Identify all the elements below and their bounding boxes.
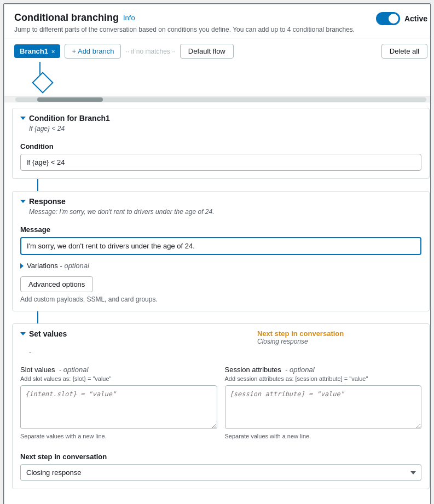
close-icon[interactable]: × — [51, 48, 55, 55]
section-connector-2 — [37, 311, 38, 323]
branch1-tab[interactable]: Branch1 × — [14, 44, 60, 58]
page-title: Conditional branching — [14, 12, 119, 24]
header: Conditional branching Info Jump to diffe… — [4, 4, 431, 38]
diamond-shape — [32, 72, 54, 94]
session-optional-label: - optional — [285, 366, 315, 374]
branch1-label: Branch1 — [20, 47, 48, 55]
slot-textarea[interactable] — [20, 385, 217, 429]
condition-subtitle: If {age} < 24 — [13, 125, 429, 137]
condition-section-header[interactable]: Condition for Branch1 — [13, 108, 429, 125]
add-branch-button[interactable]: + Add branch — [65, 44, 121, 59]
variations-chevron-icon — [20, 263, 24, 269]
session-label: Session attributes - optional — [225, 366, 422, 374]
response-section: Response Message: I'm sorry, we don't re… — [12, 191, 430, 311]
session-footnote: Separate values with a new line. — [225, 433, 422, 439]
closing-response-select[interactable]: Closing response — [20, 464, 421, 481]
branch-bar: Branch1 × + Add branch ·· if no matches … — [4, 38, 431, 96]
scrollbar-thumb — [37, 97, 103, 102]
set-values-section: Set values Next step in conversation Clo… — [12, 323, 430, 489]
condition-title: Condition for Branch1 — [29, 114, 110, 123]
session-attr-col: Session attributes - optional Add sessio… — [225, 366, 422, 439]
condition-chevron-icon — [20, 117, 26, 120]
condition-input[interactable] — [20, 154, 421, 171]
next-step-header-area: Next step in conversation Closing respon… — [257, 329, 421, 345]
active-toggle[interactable] — [376, 12, 400, 25]
variations-text: Variations - optional — [27, 262, 89, 270]
next-step-header-label: Next step in conversation — [257, 329, 421, 338]
response-chevron-icon — [20, 200, 26, 203]
set-values-dash: - — [13, 347, 429, 360]
response-body: Message Variations - optional Advanced o… — [13, 220, 429, 311]
add-custom-payloads-text: Add custom payloads, SSML, and card grou… — [20, 296, 421, 303]
set-values-header: Set values Next step in conversation Clo… — [13, 324, 429, 347]
condition-field-label: Condition — [20, 142, 421, 150]
section-connector — [37, 179, 38, 191]
if-no-matches-label: ·· if no matches ·· — [125, 48, 175, 55]
variations-row[interactable]: Variations - optional — [20, 262, 421, 270]
message-input[interactable] — [20, 237, 421, 255]
closing-response-select-wrapper: Closing response — [20, 464, 421, 481]
slot-optional-label: - optional — [59, 366, 89, 374]
branch-row: Branch1 × + Add branch ·· if no matches … — [14, 44, 427, 59]
session-sublabel: Add session attributes as: [session attr… — [225, 375, 422, 382]
response-title: Response — [29, 197, 66, 206]
response-subtitle: Message: I'm sorry, we don't rent to dri… — [13, 208, 429, 220]
advanced-options-button[interactable]: Advanced options — [20, 276, 93, 292]
session-textarea[interactable] — [225, 385, 422, 429]
horizontal-scrollbar[interactable] — [4, 96, 431, 102]
add-branch-label: + Add branch — [72, 47, 114, 55]
header-left: Conditional branching Info Jump to diffe… — [14, 12, 355, 33]
next-step-header-value: Closing response — [257, 338, 421, 345]
slot-sublabel: Add slot values as: {slot} = "value" — [20, 375, 217, 382]
next-step-bottom-section: Next step in conversation Closing respon… — [13, 447, 429, 489]
slot-values-col: Slot values - optional Add slot values a… — [20, 366, 217, 439]
message-label: Message — [20, 225, 421, 234]
default-flow-button[interactable]: Default flow — [180, 44, 234, 59]
set-values-title: Set values — [29, 329, 67, 338]
set-values-chevron-icon — [20, 332, 26, 335]
condition-body: Condition — [13, 137, 429, 178]
slot-label: Slot values - optional — [20, 366, 217, 374]
delete-all-button[interactable]: Delete all — [381, 44, 427, 59]
next-step-bottom-label: Next step in conversation — [20, 453, 421, 461]
toggle-label: Active — [404, 14, 427, 23]
response-section-header[interactable]: Response — [13, 192, 429, 208]
toggle-area: Active — [376, 12, 427, 25]
set-values-title-row[interactable]: Set values — [20, 329, 67, 338]
info-link[interactable]: Info — [123, 14, 135, 22]
scrollbar-track — [15, 97, 426, 102]
set-values-body: Slot values - optional Add slot values a… — [13, 360, 429, 447]
page-subtitle: Jump to different parts of the conversat… — [14, 26, 355, 33]
condition-section: Condition for Branch1 If {age} < 24 Cond… — [12, 108, 430, 179]
branch-connector-top — [39, 62, 40, 69]
slot-footnote: Separate values with a new line. — [20, 433, 217, 439]
